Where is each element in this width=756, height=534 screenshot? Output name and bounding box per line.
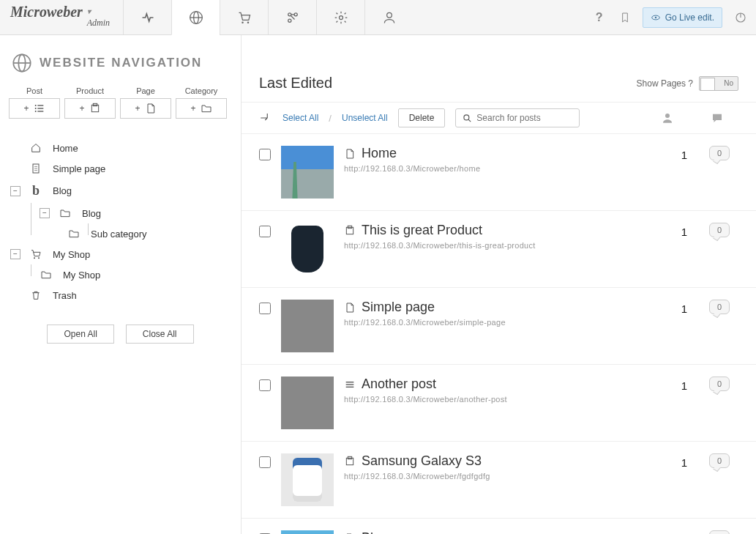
thumbnail[interactable]: [281, 453, 334, 506]
item-title: This is great Product: [362, 223, 482, 238]
select-arrow-icon: [259, 111, 272, 125]
item-url: http://192.168.0.3/Microweber/simple-pag…: [344, 318, 659, 327]
item-count: 1: [670, 377, 699, 392]
action-bar: Select All / Unselect All Delete: [242, 102, 756, 134]
tree-item-my-shop-child[interactable]: My Shop: [40, 264, 231, 285]
item-count: 1: [670, 453, 699, 469]
close-all-button[interactable]: Close All: [126, 325, 194, 344]
tree-item-simple-page[interactable]: Simple page: [10, 158, 231, 179]
type-icon: [344, 225, 356, 237]
thumbnail[interactable]: [281, 530, 334, 534]
add-category-button[interactable]: +: [176, 98, 227, 119]
collapse-toggle[interactable]: −: [10, 249, 20, 259]
list-item[interactable]: Simple page http://192.168.0.3/Microwebe…: [242, 288, 756, 365]
add-post-label: Post: [26, 86, 42, 95]
tree-item-blog[interactable]: − b Blog: [10, 179, 231, 203]
list-item[interactable]: Home http://192.168.0.3/Microweber/home …: [242, 134, 756, 211]
item-count: 1: [670, 530, 699, 534]
brand[interactable]: Microweber▾ Admin: [0, 0, 123, 34]
help-icon[interactable]: ?: [591, 7, 607, 29]
item-url: http://192.168.0.3/Microweber/fgdfgdfg: [344, 472, 659, 481]
author-column-icon[interactable]: [661, 111, 674, 125]
type-icon: [344, 379, 356, 390]
bookmark-icon[interactable]: [615, 7, 635, 28]
search-wrap[interactable]: [455, 108, 580, 127]
list-item[interactable]: Another post http://192.168.0.3/Microweb…: [242, 365, 756, 442]
unselect-all-link[interactable]: Unselect All: [342, 113, 388, 123]
list-item[interactable]: Blog http://192.168.0.3/Microweber/blog …: [242, 519, 756, 534]
folder-icon: [59, 207, 72, 219]
add-product-label: Product: [76, 86, 104, 95]
nav-users[interactable]: [364, 0, 413, 34]
add-page-button[interactable]: +: [120, 98, 171, 119]
item-title: Home: [362, 146, 397, 161]
list-item[interactable]: Samsung Galaxy S3 http://192.168.0.3/Mic…: [242, 442, 756, 519]
add-product-button[interactable]: +: [64, 98, 116, 119]
comment-count[interactable]: 0: [709, 146, 730, 160]
doc-icon: [29, 163, 42, 174]
type-icon: [344, 148, 356, 160]
eye-icon: [651, 12, 661, 23]
brand-name: Microweber: [10, 4, 83, 19]
show-pages-label: Show Pages ?: [637, 78, 693, 89]
trash-icon: [29, 289, 42, 301]
collapse-toggle[interactable]: −: [40, 208, 50, 218]
row-checkbox[interactable]: [259, 226, 271, 237]
thumbnail[interactable]: [281, 300, 334, 352]
nav-modules[interactable]: [268, 0, 316, 34]
product-icon: [89, 103, 101, 114]
thumbnail[interactable]: [281, 223, 334, 275]
type-icon: [344, 456, 356, 467]
blog-icon: b: [29, 183, 42, 199]
row-checkbox[interactable]: [259, 303, 271, 314]
folder-icon: [201, 103, 212, 114]
comments-column-icon[interactable]: [711, 111, 724, 125]
open-all-button[interactable]: Open All: [47, 325, 113, 344]
comment-count[interactable]: 0: [709, 530, 730, 534]
tree-item-my-shop[interactable]: − My Shop: [10, 244, 231, 264]
add-category-label: Category: [185, 86, 218, 95]
comment-count[interactable]: 0: [709, 223, 730, 237]
nav-tree: Home Simple page − b Blog − Blog: [7, 132, 233, 311]
collapse-toggle[interactable]: −: [10, 186, 20, 196]
item-url: http://192.168.0.3/Microweber/home: [344, 164, 659, 173]
show-pages-toggle[interactable]: No: [699, 76, 738, 91]
row-checkbox[interactable]: [259, 379, 271, 391]
nav-website[interactable]: [171, 0, 220, 35]
sidebar: WEBSITE NAVIGATION Post + Product + Page…: [0, 35, 242, 534]
tree-item-home[interactable]: Home: [10, 138, 231, 158]
search-icon: [462, 112, 472, 124]
sidebar-heading: WEBSITE NAVIGATION: [7, 44, 233, 86]
row-checkbox[interactable]: [259, 149, 271, 160]
row-checkbox[interactable]: [259, 456, 271, 468]
tree-item-sub-category[interactable]: Sub category: [67, 223, 231, 244]
nav-settings[interactable]: [316, 0, 364, 34]
topbar: Microweber▾ Admin ? Go Live edit.: [0, 0, 756, 35]
search-input[interactable]: [476, 113, 573, 123]
item-count: 1: [670, 146, 699, 161]
nav-shop[interactable]: [220, 0, 268, 34]
comment-count[interactable]: 0: [709, 453, 730, 468]
add-post-button[interactable]: +: [9, 98, 60, 119]
tree-item-trash[interactable]: Trash: [10, 285, 231, 305]
delete-button[interactable]: Delete: [398, 108, 446, 127]
home-icon: [29, 142, 42, 154]
select-all-link[interactable]: Select All: [282, 113, 318, 123]
item-title: Another post: [362, 377, 436, 392]
sidebar-title: WEBSITE NAVIGATION: [40, 56, 202, 70]
tree-item-blog-child[interactable]: − Blog: [40, 203, 231, 223]
thumbnail[interactable]: [281, 377, 334, 429]
power-icon[interactable]: [730, 7, 752, 29]
item-title: Blog: [362, 530, 388, 534]
globe-icon: [12, 53, 32, 73]
list-item[interactable]: This is great Product http://192.168.0.3…: [242, 211, 756, 288]
item-count: 1: [670, 223, 699, 238]
comment-count[interactable]: 0: [709, 300, 730, 314]
go-live-edit-button[interactable]: Go Live edit.: [643, 7, 722, 28]
item-title: Simple page: [362, 300, 435, 315]
item-url: http://192.168.0.3/Microweber/another-po…: [344, 395, 659, 404]
page-icon: [145, 103, 157, 114]
thumbnail[interactable]: [281, 146, 334, 199]
nav-dashboard[interactable]: [123, 0, 171, 34]
comment-count[interactable]: 0: [709, 377, 730, 391]
